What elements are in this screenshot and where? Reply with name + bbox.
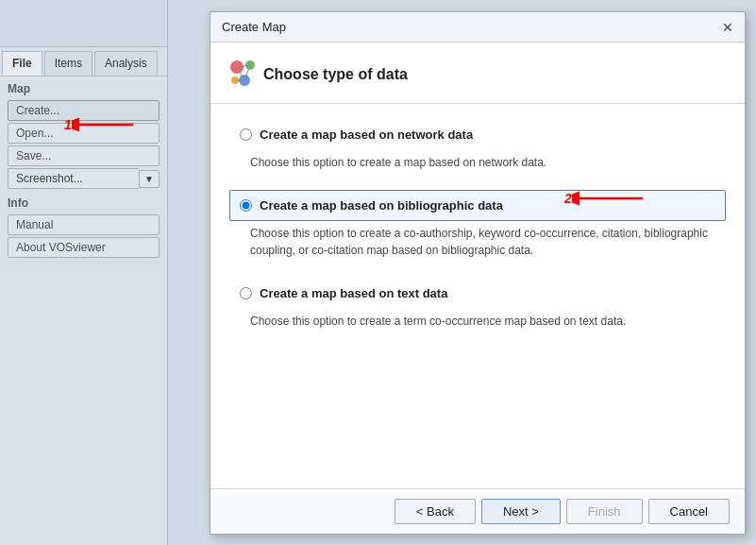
- option-network-desc: Choose this option to create a map based…: [250, 154, 726, 171]
- option-bibliographic-row[interactable]: Create a map based on bibliographic data: [229, 190, 726, 221]
- option-text-label: Create a map based on text data: [260, 286, 447, 300]
- dialog-body: Create a map based on network data Choos…: [210, 104, 745, 488]
- option-text-desc: Choose this option to create a term co-o…: [250, 313, 726, 330]
- create-map-dialog: Create Map ✕ Choose type of data Create …: [210, 11, 746, 535]
- dialog-close-button[interactable]: ✕: [722, 21, 733, 34]
- dialog-footer: < Back Next > Finish Cancel: [210, 488, 745, 534]
- option-network-row[interactable]: Create a map based on network data: [229, 119, 726, 150]
- vosviewer-icon: [226, 56, 263, 94]
- dialog-header-title: Choose type of data: [263, 66, 408, 83]
- option-text-content: Create a map based on text data: [260, 286, 447, 300]
- option-bibliographic-content: Create a map based on bibliographic data: [260, 198, 503, 213]
- finish-button[interactable]: Finish: [566, 499, 643, 524]
- next-button[interactable]: Next >: [481, 499, 561, 524]
- option-bibliographic-desc: Choose this option to create a co-author…: [250, 225, 726, 259]
- option-text-group: Create a map based on text data Choose t…: [229, 278, 726, 330]
- option-bibliographic-label: Create a map based on bibliographic data: [260, 198, 503, 213]
- dialog-header: Choose type of data: [210, 43, 745, 104]
- option-network-content: Create a map based on network data: [260, 128, 473, 142]
- dialog-titlebar: Create Map ✕: [210, 12, 745, 43]
- option-network-radio[interactable]: [240, 128, 252, 141]
- option-network-label: Create a map based on network data: [260, 128, 473, 142]
- cancel-button[interactable]: Cancel: [648, 499, 730, 524]
- option-text-radio[interactable]: [240, 287, 252, 299]
- back-button[interactable]: < Back: [395, 499, 476, 524]
- option-bibliographic-group: Create a map based on bibliographic data…: [229, 190, 726, 259]
- option-text-row[interactable]: Create a map based on text data: [229, 278, 726, 309]
- option-network-group: Create a map based on network data Choos…: [229, 119, 726, 171]
- option-bibliographic-radio[interactable]: [240, 199, 252, 212]
- dialog-title: Create Map: [222, 20, 286, 34]
